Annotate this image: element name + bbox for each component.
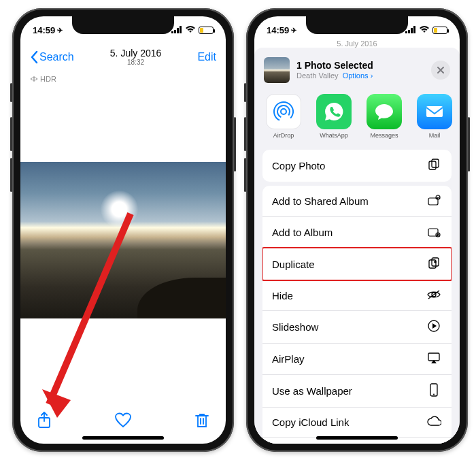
photo-thumbnail-icon [264, 57, 290, 83]
action-add-album[interactable]: Add to Album [262, 216, 452, 248]
action-label: Add to Album [272, 227, 333, 238]
action-duplicate[interactable]: Duplicate [262, 248, 452, 280]
svg-rect-2 [177, 28, 179, 33]
sheet-header: 1 Photo Selected Death Valley Options › [254, 48, 460, 91]
action-wallpaper[interactable]: Use as Wallpaper [262, 374, 452, 407]
photo-time: 18:32 [110, 59, 162, 67]
action-label: Copy Photo [272, 160, 325, 171]
app-label: Mail [415, 132, 454, 139]
svg-point-10 [275, 103, 292, 120]
phone-left: 14:59 ✈︎ Search [12, 8, 234, 452]
delete-button[interactable] [194, 412, 209, 429]
app-airdrop[interactable]: AirDrop [264, 94, 303, 139]
svg-rect-14 [432, 159, 439, 167]
phone-right: 14:59 ✈︎ 5. July 2016 [246, 8, 468, 452]
svg-rect-17 [428, 229, 438, 236]
action-slideshow[interactable]: Slideshow [262, 310, 452, 343]
action-hide[interactable]: Hide [262, 280, 452, 310]
wifi-icon [185, 25, 196, 35]
battery-icon [432, 27, 447, 34]
share-apps-row[interactable]: AirDrop WhatsApp Messages [254, 91, 460, 146]
screen-share-sheet: 14:59 ✈︎ 5. July 2016 [254, 16, 460, 444]
svg-point-11 [272, 100, 295, 123]
app-label: AirDrop [264, 132, 303, 139]
status-time: 14:59 [267, 25, 289, 35]
action-copy-photo[interactable]: Copy Photo [262, 150, 452, 182]
action-label: Use as Wallpaper [272, 385, 352, 397]
svg-rect-12 [426, 106, 443, 117]
copy-photo-card: Copy Photo [262, 150, 452, 182]
app-label: Messages [364, 132, 404, 139]
annotation-arrow [42, 207, 158, 425]
action-label: AirPlay [272, 353, 305, 365]
edit-button[interactable]: Edit [197, 51, 216, 63]
action-copy-icloud[interactable]: Copy iCloud Link [262, 407, 452, 437]
svg-rect-0 [171, 31, 173, 33]
action-label: Add to Shared Album [272, 195, 369, 207]
screen-photo-viewer: 14:59 ✈︎ Search [20, 16, 226, 444]
messages-icon [367, 94, 402, 129]
album-icon [426, 225, 442, 240]
svg-rect-23 [428, 353, 439, 361]
options-button[interactable]: Options › [343, 71, 373, 80]
svg-rect-5 [405, 31, 407, 33]
actions-list: Add to Shared Album Add to Album Duplica… [262, 186, 452, 444]
mail-icon [417, 94, 452, 129]
underlying-date: 5. July 2016 [254, 39, 460, 48]
location-icon: ✈︎ [57, 27, 63, 34]
svg-point-9 [281, 109, 286, 114]
photo-location: Death Valley [296, 71, 339, 80]
action-label: Duplicate [272, 259, 315, 270]
svg-point-25 [433, 394, 435, 395]
svg-rect-3 [180, 26, 182, 33]
svg-rect-1 [174, 30, 176, 33]
action-label: Slideshow [272, 321, 318, 333]
back-button[interactable]: Search [30, 50, 74, 64]
app-mail[interactable]: Mail [415, 94, 454, 139]
cloud-icon [426, 416, 442, 429]
wifi-icon [419, 25, 430, 35]
photo-date: 5. July 2016 [110, 48, 162, 59]
home-indicator[interactable] [82, 436, 164, 440]
selected-count: 1 Photo Selected [296, 60, 424, 71]
svg-rect-13 [429, 161, 436, 169]
action-add-shared-album[interactable]: Add to Shared Album [262, 186, 452, 216]
shared-album-icon [426, 194, 442, 208]
svg-rect-6 [408, 30, 410, 33]
action-airplay[interactable]: AirPlay [262, 343, 452, 374]
phone-icon [426, 383, 442, 399]
app-messages[interactable]: Messages [364, 94, 404, 139]
hdr-badge: HDR [30, 75, 56, 83]
action-label: Hide [272, 290, 293, 301]
airplay-icon [426, 352, 442, 366]
app-label: WhatsApp [314, 132, 354, 139]
close-button[interactable] [431, 61, 450, 80]
action-label: Copy iCloud Link [272, 416, 349, 428]
share-sheet: 1 Photo Selected Death Valley Options › [254, 48, 460, 444]
airdrop-icon [266, 94, 301, 129]
copy-icon [426, 158, 442, 174]
app-whatsapp[interactable]: WhatsApp [314, 94, 354, 139]
location-icon: ✈︎ [291, 27, 296, 34]
duplicate-icon [426, 257, 442, 272]
svg-rect-7 [411, 28, 413, 33]
svg-rect-8 [413, 26, 415, 33]
whatsapp-icon [316, 94, 352, 129]
home-indicator[interactable] [316, 436, 398, 440]
battery-icon [199, 27, 214, 34]
hide-icon [426, 289, 442, 302]
back-label: Search [39, 51, 74, 63]
play-icon [426, 319, 442, 335]
nav-header: Search 5. July 2016 18:32 Edit [20, 42, 226, 72]
status-time: 14:59 [33, 25, 55, 35]
